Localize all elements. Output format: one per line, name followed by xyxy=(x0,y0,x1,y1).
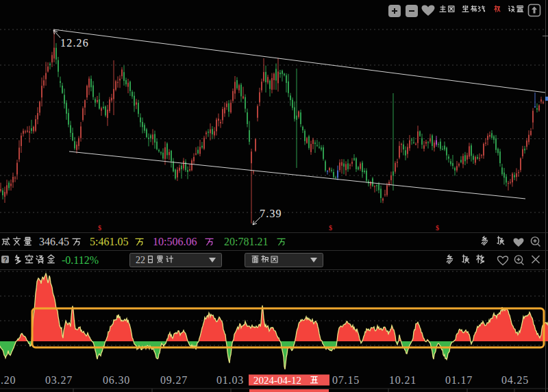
svg-text:22: 22 xyxy=(136,255,145,265)
svg-text:20:781.21: 20:781.21 xyxy=(224,236,268,247)
svg-text:09.27: 09.27 xyxy=(160,374,188,386)
svg-text:03.27: 03.27 xyxy=(45,374,73,386)
svg-text:.20: .20 xyxy=(1,374,16,386)
svg-text:$: $ xyxy=(329,224,332,232)
svg-text:$: $ xyxy=(98,224,101,232)
svg-text:12.26: 12.26 xyxy=(60,37,89,49)
svg-text:$: $ xyxy=(436,224,439,232)
svg-text:01.17: 01.17 xyxy=(445,374,473,386)
svg-text:06.30: 06.30 xyxy=(103,374,130,386)
svg-text:-0.112%: -0.112% xyxy=(62,254,99,266)
svg-text:10.21: 10.21 xyxy=(389,374,416,386)
svg-text:?: ? xyxy=(3,256,8,264)
svg-text:01.03: 01.03 xyxy=(216,374,244,386)
svg-text:5:461.05: 5:461.05 xyxy=(90,236,128,247)
svg-text:10:506.06: 10:506.06 xyxy=(153,236,197,247)
svg-text:2024-04-12: 2024-04-12 xyxy=(253,375,301,386)
svg-text:7.39: 7.39 xyxy=(260,208,282,219)
svg-text:04.25: 04.25 xyxy=(501,374,529,386)
svg-text:346.45: 346.45 xyxy=(39,236,69,247)
svg-text:07.15: 07.15 xyxy=(332,374,360,386)
